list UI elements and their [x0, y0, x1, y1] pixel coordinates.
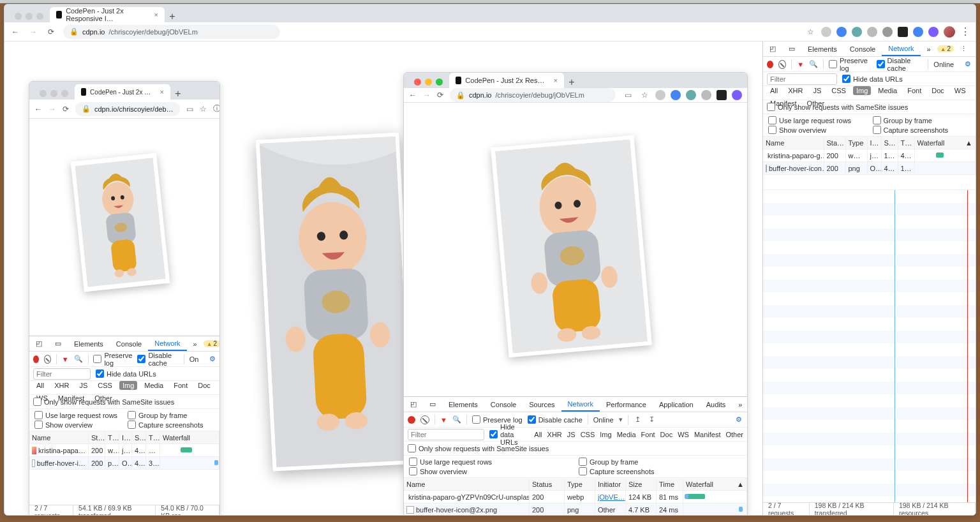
- samesite-check[interactable]: Only show requests with SameSite issues: [33, 398, 174, 406]
- dt-close-icon[interactable]: ×: [974, 41, 976, 56]
- dt-tab[interactable]: Performance: [600, 397, 653, 412]
- new-tab-button[interactable]: +: [564, 77, 579, 88]
- filter-icon[interactable]: ▼: [797, 61, 804, 68]
- dt-tab-console[interactable]: Console: [110, 336, 148, 351]
- table-row[interactable]: buffer-hover-i… 200 p… O… 4… 3…: [29, 457, 219, 470]
- type-all[interactable]: All: [33, 381, 47, 390]
- traffic-close[interactable]: [15, 13, 22, 20]
- profile-avatar[interactable]: [747, 89, 748, 101]
- record-button[interactable]: [33, 355, 39, 363]
- reload-icon[interactable]: ⟳: [437, 91, 443, 100]
- device-icon[interactable]: ▭: [48, 336, 68, 351]
- dt-tab[interactable]: Console: [843, 41, 882, 56]
- address-field[interactable]: 🔒 cdpn.io/chriscoyier/debug/jObVELm: [63, 25, 280, 39]
- type-doc[interactable]: Doc: [195, 381, 214, 390]
- forward-icon[interactable]: →: [423, 91, 431, 100]
- address-field[interactable]: 🔒 cdpn.io/chriscoyier/deb…: [75, 102, 180, 116]
- capture-check[interactable]: Capture screenshots: [579, 467, 742, 475]
- inspect-icon[interactable]: ◰: [29, 336, 48, 351]
- forward-icon[interactable]: →: [27, 27, 39, 36]
- ext-icon[interactable]: [732, 90, 742, 100]
- record-button[interactable]: [767, 61, 773, 68]
- hide-urls-check[interactable]: Hide data URLs: [842, 75, 903, 83]
- clear-button[interactable]: [44, 355, 51, 364]
- new-tab-button[interactable]: +: [170, 88, 186, 100]
- preserve-log-check[interactable]: Preserve log: [93, 352, 132, 367]
- more-tabs-icon[interactable]: »: [187, 336, 204, 351]
- gear-icon[interactable]: ⚙: [734, 415, 743, 424]
- hide-urls-check[interactable]: Hide data URLs: [96, 369, 156, 378]
- traffic-close[interactable]: [414, 78, 421, 86]
- ext-icon[interactable]: [928, 27, 939, 37]
- back-icon[interactable]: ←: [409, 91, 417, 100]
- reader-icon[interactable]: ▭: [186, 105, 193, 114]
- star-icon[interactable]: ☆: [639, 91, 650, 100]
- ext-icon[interactable]: [882, 27, 893, 37]
- chrome-menu-icon[interactable]: ⋮: [960, 26, 970, 38]
- ext-icon[interactable]: [867, 27, 877, 37]
- forward-icon[interactable]: →: [48, 105, 56, 114]
- traffic-close[interactable]: [40, 90, 47, 97]
- type-xhr[interactable]: XHR: [51, 381, 72, 390]
- dt-tab-network[interactable]: Network: [561, 397, 600, 412]
- search-icon[interactable]: 🔍: [809, 60, 818, 69]
- device-icon[interactable]: ▭: [782, 41, 801, 56]
- large-rows-check[interactable]: Use large request rows: [768, 116, 866, 124]
- samesite-check[interactable]: Only show requests with SameSite issues: [767, 103, 908, 111]
- type-css[interactable]: CSS: [94, 381, 115, 390]
- type-font[interactable]: Font: [170, 381, 191, 390]
- table-row[interactable]: buffer-hover-icon@2x.png 200 png Other 4…: [404, 503, 747, 515]
- dt-tab-network[interactable]: Network: [882, 41, 920, 56]
- device-icon[interactable]: ▭: [423, 397, 442, 412]
- ext-icon[interactable]: [913, 27, 923, 37]
- dt-tab[interactable]: Console: [484, 397, 523, 412]
- warning-badge[interactable]: 2: [204, 340, 220, 347]
- tab-close-icon[interactable]: ×: [154, 11, 158, 19]
- record-button[interactable]: [408, 416, 415, 424]
- browser-tab[interactable]: CodePen - Just 2x Responsive I… ×: [50, 7, 165, 22]
- profile-avatar[interactable]: [944, 26, 955, 38]
- online-selector[interactable]: Online: [593, 416, 614, 424]
- address-field[interactable]: 🔒 cdpn.io/chriscoyier/debug/jObVELm: [450, 88, 616, 102]
- browser-tab[interactable]: CodePen - Just 2x Responsive … ×: [449, 73, 564, 88]
- type-img[interactable]: Img: [600, 431, 611, 438]
- clear-button[interactable]: [778, 60, 786, 69]
- disable-cache-check[interactable]: Disable cache: [877, 57, 923, 72]
- warning-badge[interactable]: 2: [937, 45, 954, 52]
- filter-input[interactable]: [33, 368, 91, 380]
- dt-tab[interactable]: Audits: [700, 397, 732, 412]
- new-tab-button[interactable]: +: [165, 11, 180, 22]
- browser-tab[interactable]: CodePen - Just 2x Responsive… ×: [75, 84, 170, 100]
- dt-tab-network[interactable]: Network: [148, 336, 186, 351]
- show-overview-check[interactable]: Show overview: [768, 126, 866, 134]
- table-row[interactable]: buffer-hover-icon… 200 png O… 4… 1…: [763, 162, 976, 175]
- traffic-min[interactable]: [26, 13, 33, 20]
- inspect-icon[interactable]: ◰: [404, 397, 423, 412]
- back-icon[interactable]: ←: [34, 105, 42, 114]
- dt-tab-elements[interactable]: Elements: [68, 336, 110, 351]
- col-name[interactable]: Name: [29, 431, 89, 444]
- more-tabs-icon[interactable]: »: [732, 397, 748, 412]
- large-rows-check[interactable]: Use large request rows: [34, 411, 121, 419]
- type-img[interactable]: Img: [119, 381, 137, 390]
- back-icon[interactable]: ←: [10, 27, 21, 36]
- capture-check[interactable]: Capture screenshots: [873, 126, 971, 134]
- dt-tab[interactable]: Elements: [801, 41, 843, 56]
- traffic-max[interactable]: [36, 13, 43, 20]
- ext-icon[interactable]: [671, 90, 681, 100]
- type-img[interactable]: Img: [853, 86, 871, 95]
- show-overview-check[interactable]: Show overview: [409, 467, 572, 475]
- ext-icon[interactable]: [836, 27, 847, 37]
- reload-icon[interactable]: ⟳: [63, 105, 69, 114]
- star-icon[interactable]: ☆: [805, 27, 816, 36]
- traffic-min[interactable]: [50, 90, 57, 97]
- show-overview-check[interactable]: Show overview: [34, 421, 121, 429]
- clear-button[interactable]: [420, 415, 429, 424]
- inspect-icon[interactable]: ◰: [763, 41, 782, 56]
- traffic-max[interactable]: [436, 78, 443, 86]
- samesite-check[interactable]: Only show requests with SameSite issues: [408, 444, 549, 452]
- group-frame-check[interactable]: Group by frame: [579, 458, 742, 466]
- type-js[interactable]: JS: [76, 381, 91, 390]
- ext-icon[interactable]: [852, 27, 862, 37]
- ext-icon[interactable]: [898, 27, 908, 37]
